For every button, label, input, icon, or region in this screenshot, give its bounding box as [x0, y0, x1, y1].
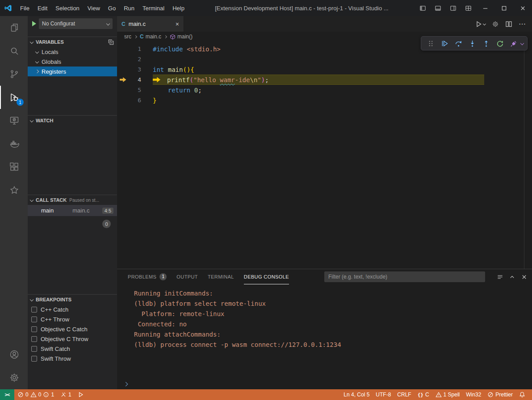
current-line-arrow-icon: [120, 77, 126, 82]
editor-settings-gear-icon[interactable]: [492, 21, 499, 28]
spell-checker-status[interactable]: 1 Spell: [432, 389, 463, 400]
eol-status[interactable]: CRLF: [394, 389, 414, 400]
breakpoint-item[interactable]: Swift Throw: [28, 354, 117, 363]
line-number: 1: [129, 46, 141, 52]
breakpoint-item[interactable]: Objective C Catch: [28, 324, 117, 334]
breakpoint-item[interactable]: Swift Catch: [28, 344, 117, 354]
panel-tab-terminal[interactable]: TERMINAL: [208, 269, 234, 284]
breadcrumb-item-main--[interactable]: main(): [170, 33, 193, 40]
debug-filter-input[interactable]: [324, 271, 485, 282]
close-panel-icon[interactable]: [521, 274, 528, 280]
minimize-button[interactable]: [476, 0, 494, 16]
toolchain-status[interactable]: 1: [57, 389, 75, 400]
remote-explorer-icon[interactable]: [0, 109, 28, 132]
menu-file[interactable]: File: [16, 2, 34, 14]
panel-tab-debug-console[interactable]: DEBUG CONSOLE: [244, 269, 289, 284]
account-icon[interactable]: [0, 343, 28, 366]
tab-main-c[interactable]: C main.c ×: [117, 16, 184, 32]
call-stack-header[interactable]: CALL STACK Paused on st...: [28, 195, 117, 205]
menu-selection[interactable]: Selection: [51, 2, 83, 14]
variables-item-globals[interactable]: Globals: [28, 57, 117, 67]
call-stack-list: mainmain.c4:5: [28, 205, 117, 216]
circle-slash-icon: [487, 392, 494, 398]
breakpoint-item[interactable]: C++ Throw: [28, 314, 117, 324]
run-file-button[interactable]: [475, 21, 486, 28]
code-line-5[interactable]: 5 return 0;: [117, 85, 532, 95]
encoding-status[interactable]: UTF-8: [373, 389, 394, 400]
step-over-button[interactable]: [452, 38, 464, 49]
source-control-icon[interactable]: [0, 62, 28, 86]
close-tab-icon[interactable]: ×: [176, 21, 179, 28]
menu-view[interactable]: View: [84, 2, 104, 14]
customize-layout-icon[interactable]: [461, 0, 476, 16]
toggle-panel-icon[interactable]: [430, 0, 445, 16]
problems-status[interactable]: 0 0 1: [14, 389, 57, 400]
formatter-status[interactable]: Prettier: [484, 389, 516, 400]
breakpoint-checkbox[interactable]: [31, 336, 37, 342]
menu-terminal[interactable]: Terminal: [138, 2, 168, 14]
line-number: 2: [129, 56, 141, 62]
code-editor[interactable]: 1#include <stdio.h>23int main(){4printf(…: [117, 42, 532, 269]
breakpoint-checkbox[interactable]: [31, 317, 37, 322]
maximize-button[interactable]: [494, 0, 513, 16]
watch-header[interactable]: WATCH: [28, 116, 117, 125]
settings-gear-icon[interactable]: [0, 366, 28, 389]
menu-help[interactable]: Help: [168, 2, 189, 14]
search-icon[interactable]: [0, 39, 28, 62]
debug-status-icon[interactable]: [75, 389, 87, 400]
debug-console-input[interactable]: [117, 379, 532, 389]
title-bar: FileEditSelectionViewGoRunTerminalHelp […: [0, 0, 532, 16]
breadcrumb-item-src[interactable]: src: [124, 33, 131, 40]
toggle-sidebar-icon[interactable]: [415, 0, 430, 16]
explorer-icon[interactable]: [0, 16, 28, 39]
chevron-down-icon[interactable]: [520, 42, 524, 45]
breakpoint-item[interactable]: Objective C Throw: [28, 334, 117, 344]
run-and-debug-icon[interactable]: 1: [0, 86, 28, 109]
collapse-all-icon[interactable]: [108, 39, 114, 46]
variables-item-registers[interactable]: Registers: [28, 67, 117, 76]
breakpoint-checkbox[interactable]: [31, 326, 37, 332]
code-line-2[interactable]: 2: [117, 54, 532, 64]
start-debug-icon[interactable]: [32, 21, 36, 26]
editor-scrollbar[interactable]: [524, 42, 524, 269]
variables-item-locals[interactable]: Locals: [28, 47, 117, 57]
code-line-3[interactable]: 3int main(){: [117, 64, 532, 75]
breakpoint-item[interactable]: C++ Catch: [28, 304, 117, 314]
breakpoint-checkbox[interactable]: [31, 346, 37, 352]
maximize-panel-icon[interactable]: [509, 274, 515, 280]
drag-handle-icon[interactable]: [425, 38, 436, 49]
notifications-bell-icon[interactable]: [516, 389, 528, 400]
panel-tab-problems[interactable]: PROBLEMS1: [128, 269, 167, 284]
menu-go[interactable]: Go: [104, 2, 120, 14]
breadcrumb-item-main-c[interactable]: Cmain.c: [140, 33, 161, 40]
breakpoint-checkbox[interactable]: [31, 307, 37, 312]
more-actions-icon[interactable]: ⋯: [519, 20, 526, 28]
menu-edit[interactable]: Edit: [34, 2, 51, 14]
platform-status[interactable]: Win32: [463, 389, 484, 400]
remote-indicator[interactable]: ><: [0, 389, 14, 400]
continue-button[interactable]: [439, 38, 450, 49]
restart-button[interactable]: [494, 38, 506, 49]
language-mode[interactable]: {} C: [415, 389, 432, 400]
cursor-position[interactable]: Ln 4, Col 5: [340, 389, 373, 400]
panel-tab-output[interactable]: OUTPUT: [176, 269, 198, 284]
favorites-icon[interactable]: [0, 179, 28, 202]
docker-icon[interactable]: [0, 132, 28, 155]
menu-run[interactable]: Run: [120, 2, 138, 14]
code-content: #include <stdio.h>: [141, 46, 221, 53]
code-line-6[interactable]: 6}: [117, 95, 532, 105]
disconnect-button[interactable]: [508, 38, 519, 49]
code-line-4[interactable]: 4printf("hello wamr-ide\n");: [117, 75, 532, 85]
breakpoint-checkbox[interactable]: [31, 356, 37, 362]
close-window-button[interactable]: [513, 0, 532, 16]
split-editor-icon[interactable]: [505, 21, 512, 28]
stack-frame[interactable]: mainmain.c4:5: [28, 205, 117, 216]
extensions-icon[interactable]: [0, 155, 28, 179]
variables-header[interactable]: VARIABLES: [28, 37, 117, 47]
debug-config-dropdown[interactable]: No Configurat: [39, 18, 113, 29]
breakpoints-header[interactable]: BREAKPOINTS: [28, 295, 117, 304]
toggle-secondary-sidebar-icon[interactable]: [445, 0, 461, 16]
step-into-button[interactable]: [466, 38, 478, 49]
step-out-button[interactable]: [480, 38, 492, 49]
output-actions-icon[interactable]: [497, 274, 503, 280]
